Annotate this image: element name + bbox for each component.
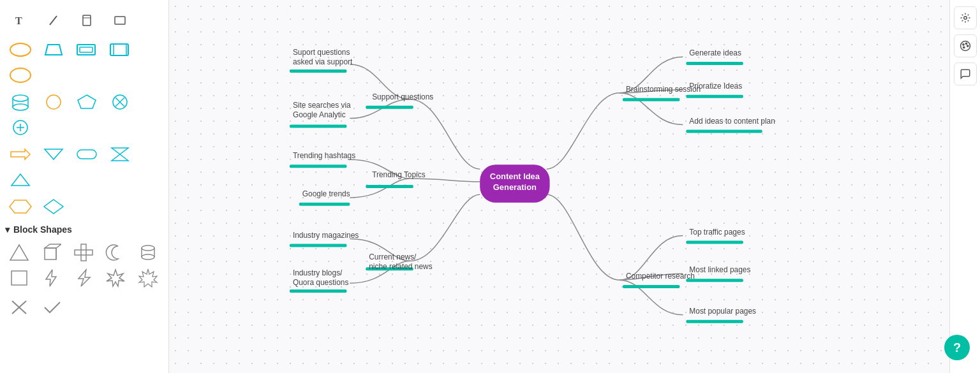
svg-marker-6 (45, 45, 62, 55)
svg-rect-64 (686, 320, 743, 323)
bs-starburst[interactable] (101, 267, 130, 289)
svg-point-5 (10, 43, 31, 56)
bs-cylinder[interactable] (134, 241, 162, 264)
svg-text:Suport questions: Suport questions (293, 48, 350, 57)
sidebar: T (0, 0, 169, 373)
palette-button[interactable] (954, 34, 977, 57)
triangle-down-shape[interactable] (38, 143, 69, 166)
svg-text:Google trends: Google trends (302, 189, 350, 198)
svg-marker-31 (44, 200, 63, 214)
x-tool[interactable] (5, 296, 33, 319)
svg-text:Site searches via: Site searches via (293, 101, 351, 110)
rounded-rect-shape[interactable] (71, 143, 102, 166)
svg-rect-27 (77, 150, 96, 159)
svg-text:asked via support: asked via support (293, 57, 353, 66)
svg-rect-61 (623, 98, 679, 101)
shapes-row-4 (5, 195, 163, 218)
page-tool[interactable] (71, 8, 102, 33)
svg-text:Current news/: Current news/ (369, 252, 417, 261)
bracket-rect-shape[interactable] (105, 38, 135, 61)
mindmap-diagram: Content Idea Generation Support question… (169, 0, 949, 373)
triangle-up-shape[interactable] (5, 168, 36, 191)
ellipse-shape[interactable] (5, 64, 36, 87)
svg-rect-54 (366, 185, 413, 188)
arrow-right-shape[interactable] (5, 143, 36, 166)
top-tools-row: T (5, 6, 163, 34)
bs-triangle[interactable] (5, 241, 33, 264)
svg-rect-37 (75, 250, 93, 255)
svg-rect-59 (686, 95, 743, 98)
trapezoid-shape[interactable] (38, 38, 69, 61)
settings-button[interactable] (954, 6, 977, 29)
svg-marker-30 (10, 200, 31, 213)
comment-button[interactable] (954, 62, 977, 85)
bs-square[interactable] (5, 267, 33, 289)
svg-text:Generation: Generation (493, 182, 537, 192)
svg-marker-43 (46, 270, 56, 286)
svg-text:Google Analytic: Google Analytic (293, 110, 346, 119)
svg-text:Quora questions: Quora questions (293, 278, 349, 287)
double-rect-shape[interactable] (71, 38, 102, 61)
circle-shape[interactable] (38, 91, 69, 113)
oval-shape[interactable] (5, 38, 36, 61)
block-shapes-label: Block Shapes (13, 224, 72, 235)
rect-tool[interactable] (105, 8, 135, 33)
svg-rect-65 (623, 285, 679, 288)
block-shapes-grid (5, 241, 163, 289)
line-tool[interactable] (38, 8, 69, 33)
svg-rect-2 (83, 15, 91, 26)
svg-marker-29 (11, 174, 29, 186)
pentagon-shape[interactable] (71, 91, 102, 113)
svg-rect-51 (366, 106, 413, 109)
cylinder-shape[interactable] (5, 91, 36, 113)
svg-rect-62 (686, 241, 743, 244)
bs-cube[interactable] (37, 241, 65, 264)
svg-marker-28 (112, 148, 128, 161)
svg-line-1 (50, 16, 57, 25)
svg-marker-46 (139, 269, 157, 287)
svg-rect-60 (686, 130, 762, 133)
svg-text:Trending hashtags: Trending hashtags (293, 151, 355, 160)
hourglass-shape[interactable] (105, 143, 135, 166)
shapes-row-2 (5, 91, 163, 139)
svg-marker-18 (78, 95, 96, 108)
svg-rect-53 (299, 203, 350, 206)
bs-cross[interactable] (70, 241, 98, 264)
svg-text:Industry magazines: Industry magazines (293, 231, 359, 240)
svg-rect-49 (290, 69, 346, 73)
svg-text:Trending Topics: Trending Topics (372, 170, 426, 179)
canvas[interactable]: Content Idea Generation Support question… (169, 0, 949, 373)
check-tool[interactable] (38, 296, 66, 319)
svg-rect-42 (11, 271, 27, 285)
bs-crescent[interactable] (101, 241, 130, 264)
help-button[interactable]: ? (944, 335, 970, 360)
svg-text:Content Idea: Content Idea (490, 172, 540, 181)
svg-marker-45 (107, 270, 124, 286)
svg-point-38 (142, 245, 154, 251)
hexagon-shape[interactable] (5, 195, 36, 218)
x-circle-shape[interactable] (105, 91, 135, 113)
svg-point-13 (13, 95, 28, 101)
bs-starburst2[interactable] (134, 267, 162, 289)
svg-rect-50 (290, 125, 346, 128)
plus-circle-shape[interactable] (5, 116, 36, 139)
svg-text:Prioratize Ideas: Prioratize Ideas (689, 82, 742, 91)
diamond-shape[interactable] (38, 195, 69, 218)
svg-rect-8 (80, 47, 93, 52)
svg-text:Support   questions: Support questions (372, 92, 433, 101)
text-tool[interactable]: T (5, 8, 36, 33)
svg-text:niche related news: niche related news (369, 262, 432, 271)
svg-marker-25 (11, 149, 30, 159)
svg-rect-36 (81, 244, 86, 261)
shapes-row-3 (5, 143, 163, 191)
svg-marker-44 (78, 270, 90, 286)
block-shapes-header[interactable]: ▾ Block Shapes (5, 222, 163, 237)
svg-point-90 (963, 17, 967, 20)
bs-lightning2[interactable] (70, 267, 98, 289)
svg-rect-58 (686, 62, 743, 65)
collapse-icon: ▾ (5, 224, 10, 235)
svg-marker-34 (45, 244, 61, 248)
right-toolbar (949, 0, 980, 373)
bottom-tools (5, 296, 163, 319)
bs-lightning[interactable] (37, 267, 65, 289)
